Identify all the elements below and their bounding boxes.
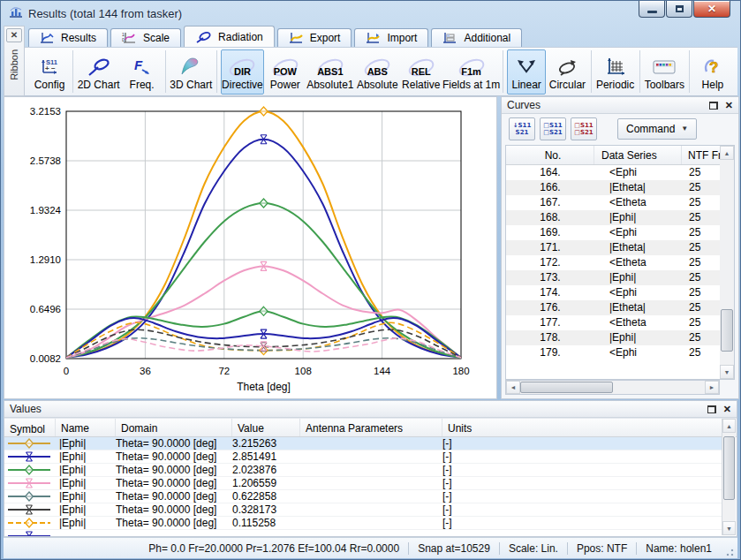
ribbon-button-directive[interactable]: DIRDirective	[221, 49, 264, 95]
row-name: |Ephi|	[56, 464, 116, 476]
column-data-series[interactable]: Data Series	[594, 146, 682, 164]
ribbon-button-toolbars[interactable]: Toolbars	[643, 49, 685, 95]
ribbon-group-separator	[591, 50, 592, 93]
row-antenna-parameters	[300, 517, 442, 529]
curves-vertical-scrollbar[interactable]: ▲ ▼	[720, 145, 735, 380]
check-s-params-red-button[interactable]: □S11□S21	[571, 117, 597, 140]
row-name	[56, 530, 116, 536]
tab-radiation[interactable]: Radiation	[184, 26, 275, 47]
curves-horizontal-scrollbar[interactable]: ◄ ►	[505, 380, 720, 395]
column-antenna-parameters[interactable]: Antenna Parameters	[300, 419, 442, 436]
svg-text:3.2153: 3.2153	[30, 106, 61, 117]
row-data-series: |Etheta|	[594, 180, 682, 195]
close-button[interactable]: ✕	[693, 1, 730, 18]
radiation-loop-icon	[195, 31, 212, 43]
ribbon-button-config[interactable]: S11+ −Config	[30, 49, 69, 95]
curves-table-row[interactable]: 164.<Ephi25	[506, 165, 734, 180]
scroll-up-icon[interactable]: ▲	[720, 146, 734, 160]
resize-grip-icon[interactable]	[722, 545, 735, 557]
curves-panel-titlebar: Curves ✕	[502, 97, 738, 114]
curves-table-row[interactable]: 176.|Etheta|25	[506, 300, 734, 315]
curve-symbol-icon	[4, 477, 56, 489]
values-table-row[interactable]: |Ephi|Theta= 90.0000 [deg]0.622858[-]	[4, 490, 722, 503]
curves-table-row[interactable]: 166.|Etheta|25	[506, 180, 734, 195]
column-name[interactable]: Name	[56, 419, 116, 436]
scroll-down-icon[interactable]: ▼	[722, 521, 736, 535]
ribbon-button-label: Config	[34, 79, 65, 91]
title-bar: Results (total 144 from tasker) ✕	[1, 1, 740, 26]
ribbon-side-label: Ribbon	[9, 49, 19, 80]
float-panel-icon[interactable]	[707, 405, 716, 413]
ribbon-group-separator	[165, 50, 166, 93]
plot-s-params-button[interactable]: ↓S11S21	[509, 117, 535, 140]
values-table-row[interactable]: |Ephi|Theta= 90.0000 [deg]0.115258[-]	[4, 517, 722, 530]
values-table-row[interactable]: |Ephi|Theta= 90.0000 [deg]1.206559[-]	[4, 477, 722, 490]
curve-symbol-icon	[4, 464, 56, 476]
scrollbar-thumb[interactable]	[721, 309, 733, 352]
row-name: |Ephi|	[56, 477, 116, 489]
svg-text:2.5738: 2.5738	[30, 155, 61, 166]
values-table-row[interactable]: |Ephi|Theta= 90.0000 [deg]2.851491[-]	[4, 450, 722, 464]
row-domain	[116, 530, 232, 536]
curves-rows: 164.<Ephi25166.|Etheta|25167.<Etheta2516…	[506, 165, 734, 360]
ribbon-button-3d-chart[interactable]: 3D Chart	[169, 49, 213, 95]
column-domain[interactable]: Domain	[116, 419, 232, 436]
scrollbar-thumb[interactable]	[520, 382, 613, 393]
minimize-button[interactable]	[639, 1, 665, 18]
ribbon-button-help[interactable]: ?Help	[693, 49, 732, 95]
command-dropdown[interactable]: Command ▼	[617, 118, 697, 140]
curves-table-row[interactable]: 168.|Ephi|25	[506, 210, 734, 225]
float-panel-icon[interactable]	[709, 102, 718, 110]
values-table-row[interactable]: |Ephi|Theta= 90.0000 [deg]0.328173[-]	[4, 503, 722, 517]
check-s-params-button[interactable]: □S11□S21	[540, 117, 566, 140]
values-table-row[interactable]	[4, 530, 722, 536]
curves-table-row[interactable]: 177.<Etheta25	[506, 315, 734, 330]
restore-button[interactable]	[666, 1, 692, 18]
curves-table-row[interactable]: 171.|Etheta|25	[506, 240, 734, 255]
curves-table-row[interactable]: 178.|Ephi|25	[506, 330, 734, 345]
row-antenna-parameters	[300, 450, 442, 463]
curves-panel-title: Curves	[507, 99, 541, 111]
tab-results[interactable]: Results	[28, 28, 108, 47]
curves-table-row[interactable]: 169.<Ephi25	[506, 225, 734, 240]
curves-table-row[interactable]: 167.<Etheta25	[506, 195, 734, 210]
ribbon-button-freq[interactable]: FFreq.	[123, 49, 162, 95]
tab-additional[interactable]: Additional	[431, 28, 522, 47]
ribbon-button-linear[interactable]: Linear	[507, 49, 546, 95]
tab-export[interactable]: Export	[277, 28, 352, 47]
scroll-right-icon[interactable]: ►	[705, 381, 719, 394]
scrollbar-thumb[interactable]	[723, 436, 735, 500]
values-vertical-scrollbar[interactable]: ▲ ▼	[722, 419, 736, 535]
curves-table-row[interactable]: 179.<Ephi25	[506, 345, 734, 360]
column-ntf-freq[interactable]: NTF Freq	[682, 146, 721, 164]
ribbon-button-2d-chart[interactable]: 2D Chart	[77, 49, 121, 95]
scroll-left-icon[interactable]: ◄	[506, 381, 520, 394]
scroll-up-icon[interactable]: ▲	[722, 419, 736, 433]
column-value[interactable]: Value	[232, 419, 300, 436]
scroll-down-icon[interactable]: ▼	[720, 365, 734, 379]
curves-table-row[interactable]: 174.<Ephi25	[506, 285, 734, 300]
tab-import[interactable]: Import	[354, 28, 428, 47]
row-value: 0.622858	[232, 490, 300, 503]
ribbon-button-absolute1[interactable]: ABS1Absolute1	[306, 49, 354, 95]
ribbon-button-periodic[interactable]: Periodic	[594, 49, 635, 95]
close-panel-icon[interactable]: ✕	[723, 405, 731, 413]
ribbon-button-power[interactable]: POWPower	[266, 49, 305, 95]
ribbon-button-circular[interactable]: Circular	[548, 49, 587, 95]
column-symbol[interactable]: Symbol	[4, 419, 56, 436]
curves-table-row[interactable]: 172.<Etheta25	[506, 255, 734, 270]
tab-scale[interactable]: 10 Scale	[110, 28, 181, 47]
values-table-row[interactable]: |Ephi|Theta= 90.0000 [deg]2.023876[-]	[4, 464, 722, 477]
row-name: |Ephi|	[56, 517, 116, 529]
column-no[interactable]: No.	[506, 146, 594, 164]
row-domain: Theta= 90.0000 [deg]	[116, 503, 232, 516]
ribbon-button-absolute[interactable]: ABSAbsolute	[356, 49, 399, 95]
ribbon-close-button[interactable]: ✕	[6, 28, 22, 42]
ribbon-button-relative[interactable]: RELRelative	[401, 49, 442, 95]
values-table-row[interactable]: |Ephi|Theta= 90.0000 [deg]3.215263[-]	[4, 437, 722, 450]
curves-table-row[interactable]: 173.|Ephi|25	[506, 270, 734, 285]
column-units[interactable]: Units	[442, 419, 737, 436]
ribbon-button-fields-at-1m[interactable]: F1mFields at 1m	[443, 49, 500, 95]
close-panel-icon[interactable]: ✕	[725, 101, 733, 110]
ribbon-group-separator	[689, 50, 690, 93]
